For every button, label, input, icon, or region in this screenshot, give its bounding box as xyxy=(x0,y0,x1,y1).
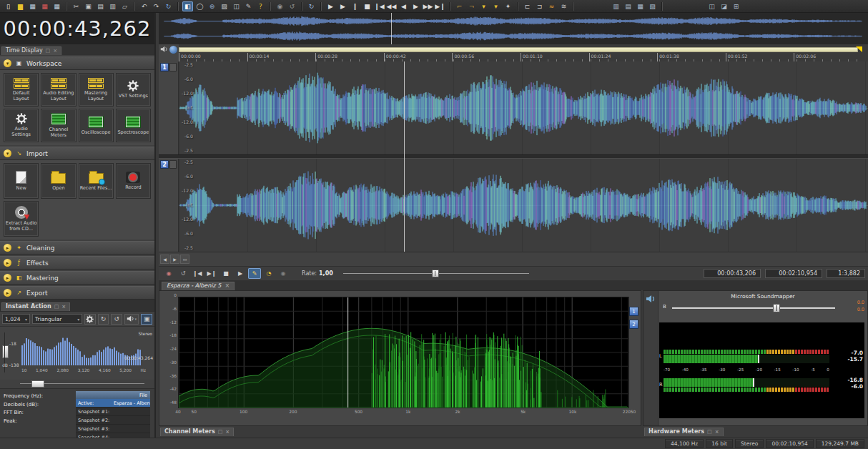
extract-audio-from-cd-button[interactable]: ▼Extract Audio from CD... xyxy=(4,201,39,237)
video-view-icon[interactable]: ▦ xyxy=(635,1,646,11)
cut-icon[interactable]: ✂ xyxy=(71,1,82,11)
output-gain-slider[interactable] xyxy=(672,304,835,312)
command-marker-icon[interactable]: ✦ xyxy=(503,1,513,11)
save-all-icon[interactable]: ▦ xyxy=(51,1,62,11)
mark-out-icon[interactable]: ¬ xyxy=(466,1,477,11)
play-all-icon[interactable]: ▶ xyxy=(337,1,348,11)
close-icon[interactable]: × xyxy=(225,283,230,289)
spectrum-chart[interactable]: -18 dB -138 Stereo 00:00:43,264 101,0402… xyxy=(0,326,154,380)
rate-slider[interactable] xyxy=(343,269,529,279)
save-icon[interactable]: ▦ xyxy=(27,1,38,11)
loop-playback-toggle-icon[interactable]: ↺ xyxy=(287,1,297,11)
loop-playback-button[interactable]: ↺ xyxy=(177,268,189,279)
section-header-workspace[interactable]: ▾ ▣ Workspace xyxy=(0,56,154,70)
mark-in-icon[interactable]: ⌐ xyxy=(454,1,465,11)
file-overview-strip[interactable] xyxy=(159,13,868,44)
meter-channel-1-button[interactable]: 1 xyxy=(629,307,638,316)
go-to-start-button[interactable]: ❙◀ xyxy=(191,268,204,279)
scrub-tool-button[interactable]: ✎ xyxy=(248,268,261,279)
step-back-icon[interactable]: ◀ xyxy=(398,1,409,11)
paste-special-icon[interactable]: ▥ xyxy=(107,1,118,11)
expand-arrow-icon[interactable]: ▸ xyxy=(4,259,11,267)
close-icon[interactable]: × xyxy=(225,430,230,435)
audio-editing-layout-button[interactable]: Audio Editing Layout xyxy=(41,73,76,107)
waveform-channel-1[interactable]: -2.5-6.0-12.0-Inf.-12.0-6.0-2.5 xyxy=(179,61,868,154)
record-device-select-button[interactable]: ◉ xyxy=(277,268,290,279)
pause-icon[interactable]: ∥ xyxy=(350,1,360,11)
window-tile-1-icon[interactable]: ◫ xyxy=(706,1,717,11)
spectrum-vslider-handle[interactable] xyxy=(2,345,9,358)
section-header-cleaning[interactable]: ▸✦Cleaning xyxy=(0,241,154,255)
tab-hardware-meters[interactable]: Hardware Meters □ × xyxy=(644,428,724,436)
zoom-tool-icon[interactable]: ◯ xyxy=(194,1,205,11)
event-tool-icon[interactable]: ◧ xyxy=(182,1,193,11)
paste-icon[interactable]: ▤ xyxy=(95,1,106,11)
float-icon[interactable]: □ xyxy=(46,49,51,54)
undo-icon[interactable]: ↶ xyxy=(139,1,149,11)
waveform-editor[interactable]: 1 2 -2.5-6.0-12.0-Inf.-12.0-6.0-2.5 -2.5… xyxy=(159,61,868,252)
insert-marker-icon[interactable]: ▾ xyxy=(478,1,489,11)
timeline-ruler[interactable]: 00:00:0000:00:1400:00:2800:00:4200:00:56… xyxy=(159,44,868,62)
channel-1-badge[interactable]: 1 xyxy=(160,63,177,71)
overview-playhead[interactable] xyxy=(391,13,392,44)
spectrum-monitor-button[interactable]: ▾ xyxy=(124,314,139,325)
play-normal-icon[interactable]: ▶ xyxy=(325,1,336,11)
play-device-select-button[interactable]: ◔ xyxy=(262,268,275,279)
default-layout-button[interactable]: Default Layout xyxy=(4,73,39,107)
tab-open-file[interactable]: Esparza - Albeniz 5 × xyxy=(162,282,235,290)
level-meter-box[interactable]: L-7.0-15.7-70-40-35-30-25-20-15-10-50R-1… xyxy=(659,322,864,418)
section-header-mastering[interactable]: ▸◧Mastering xyxy=(0,271,154,285)
selection-tool-icon[interactable]: ◫ xyxy=(231,1,242,11)
save-as-icon[interactable]: ▦ xyxy=(39,1,50,11)
redo-icon[interactable]: ↷ xyxy=(151,1,162,11)
snap-toggle-icon[interactable]: ⊏ xyxy=(522,1,533,11)
spectrum-refresh-button[interactable]: ↻ xyxy=(98,314,109,325)
spectrum-hslider-handle[interactable] xyxy=(31,380,44,388)
close-icon[interactable]: × xyxy=(61,305,66,310)
refresh-icon[interactable]: ↻ xyxy=(306,1,317,11)
go-to-end-icon[interactable]: ▶❙ xyxy=(435,1,445,11)
zoom-out-button[interactable]: ▭ xyxy=(180,255,189,264)
open-file-icon[interactable]: ▆ xyxy=(15,1,26,11)
record-button[interactable]: Record xyxy=(116,163,151,199)
crossfade-toggle-icon[interactable]: ≋ xyxy=(558,1,569,11)
whats-this-help-icon[interactable]: ? xyxy=(255,1,266,11)
mastering-layout-button[interactable]: Mastering Layout xyxy=(79,73,114,107)
snap-grid-toggle-icon[interactable]: ⊐ xyxy=(534,1,545,11)
stop-button[interactable]: ■ xyxy=(220,268,232,279)
float-icon[interactable]: □ xyxy=(54,305,59,310)
section-header-export[interactable]: ▸↗Export xyxy=(0,286,154,300)
tab-instant-action[interactable]: Instant Action □ × xyxy=(1,302,70,311)
close-icon[interactable]: × xyxy=(715,430,719,435)
mixer-view-icon[interactable]: ▥ xyxy=(611,1,621,11)
section-header-effects[interactable]: ▸ƒEffects xyxy=(0,256,154,270)
collapse-arrow-icon[interactable]: ▾ xyxy=(4,149,11,157)
section-header-import[interactable]: ▾ ↘ Import xyxy=(0,147,154,160)
step-forward-icon[interactable]: ▶ xyxy=(410,1,421,11)
expand-arrow-icon[interactable]: ▸ xyxy=(4,289,11,297)
tab-channel-meters[interactable]: Channel Meters □ × xyxy=(160,428,234,436)
end-marker-icon[interactable] xyxy=(856,46,862,52)
expand-arrow-icon[interactable]: ▸ xyxy=(4,244,11,252)
meter-channel-2-button[interactable]: 2 xyxy=(629,320,638,329)
plugin-chainer-icon[interactable]: ▧ xyxy=(647,1,658,11)
tab-time-display[interactable]: Time Display □ × xyxy=(1,46,61,55)
scroll-right-button[interactable]: ▶ xyxy=(170,255,179,264)
channel-minimize-button[interactable] xyxy=(169,160,177,169)
rewind-icon[interactable]: ◀◀ xyxy=(386,1,397,11)
spectrum-sync-button[interactable]: ↺ xyxy=(111,314,122,325)
window-type-select[interactable]: Triangular▾ xyxy=(32,314,82,324)
spectrum-settings-button[interactable] xyxy=(84,314,96,325)
table-row-snapshot-3[interactable]: Snapshot #3: xyxy=(76,425,150,433)
output-speaker-icon[interactable] xyxy=(646,295,656,303)
monitor-speaker-icon[interactable] xyxy=(160,46,168,60)
edit-tool-icon[interactable]: ▨ xyxy=(219,1,230,11)
table-row-snapshot-2[interactable]: Snapshot #2: xyxy=(76,416,150,425)
go-to-start-icon[interactable]: ❙◀ xyxy=(374,1,385,11)
play-button[interactable]: ▶ xyxy=(234,268,247,279)
close-icon[interactable]: × xyxy=(53,49,57,54)
record-button[interactable]: ◉ xyxy=(162,268,175,279)
float-icon[interactable]: □ xyxy=(707,430,712,435)
window-cascade-icon[interactable]: ⊞ xyxy=(731,1,741,11)
expand-arrow-icon[interactable]: ▸ xyxy=(4,274,11,282)
